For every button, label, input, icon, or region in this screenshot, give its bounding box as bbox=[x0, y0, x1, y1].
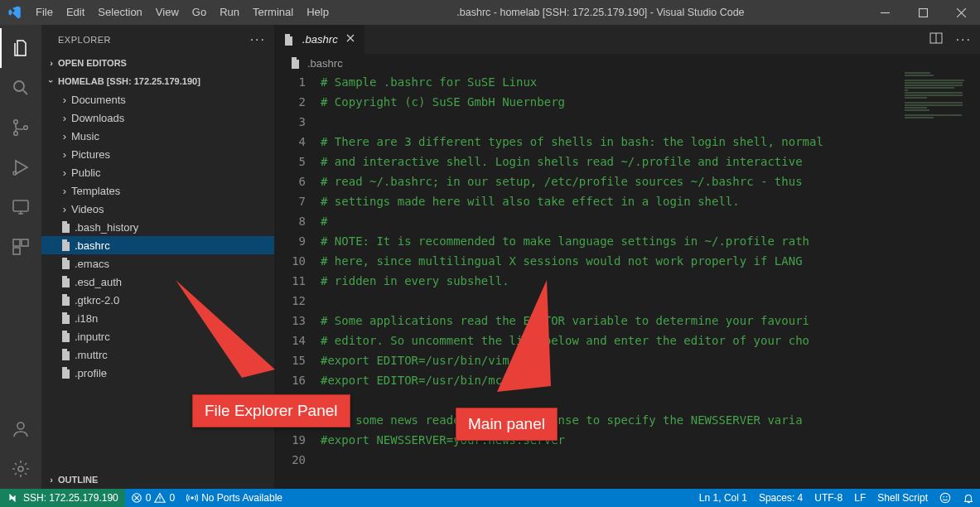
status-encoding[interactable]: UTF-8 bbox=[809, 489, 848, 507]
run-debug-icon[interactable] bbox=[0, 147, 41, 187]
file--bashrc[interactable]: .bashrc bbox=[41, 236, 274, 254]
menu-run[interactable]: Run bbox=[213, 0, 246, 25]
svg-point-5 bbox=[13, 171, 17, 175]
svg-point-15 bbox=[940, 493, 949, 502]
tab-label: .bashrc bbox=[302, 33, 338, 46]
file-icon bbox=[282, 33, 296, 46]
folder-downloads[interactable]: ›Downloads bbox=[41, 109, 274, 127]
status-indent[interactable]: Spaces: 4 bbox=[753, 489, 809, 507]
activity-bar bbox=[0, 25, 41, 489]
folder-documents[interactable]: ›Documents bbox=[41, 90, 274, 109]
tab-bar: .bashrc ··· bbox=[274, 25, 980, 54]
workspace-section[interactable]: ›HOMELAB [SSH: 172.25.179.190] bbox=[41, 72, 274, 90]
search-icon[interactable] bbox=[0, 68, 41, 108]
sidebar-header: EXPLORER ··· bbox=[41, 25, 274, 54]
remote-explorer-icon[interactable] bbox=[0, 187, 41, 227]
menu-help[interactable]: Help bbox=[300, 0, 336, 25]
folder-templates[interactable]: ›Templates bbox=[41, 181, 274, 200]
svg-rect-9 bbox=[13, 248, 20, 254]
titlebar: FileEditSelectionViewGoRunTerminalHelp .… bbox=[0, 0, 980, 25]
menu-view[interactable]: View bbox=[149, 0, 186, 25]
svg-point-10 bbox=[17, 422, 24, 429]
tab-bashrc[interactable]: .bashrc bbox=[274, 25, 365, 54]
extensions-icon[interactable] bbox=[0, 227, 41, 267]
close-tab-icon[interactable] bbox=[345, 32, 356, 46]
status-cursor[interactable]: Ln 1, Col 1 bbox=[693, 489, 753, 507]
status-feedback-icon[interactable] bbox=[934, 489, 957, 507]
svg-point-17 bbox=[946, 496, 948, 498]
svg-rect-7 bbox=[13, 239, 20, 246]
open-editors-section[interactable]: ›OPEN EDITORS bbox=[41, 54, 274, 72]
status-lang[interactable]: Shell Script bbox=[871, 489, 934, 507]
maximize-button[interactable] bbox=[904, 0, 942, 25]
svg-point-4 bbox=[24, 126, 28, 130]
file-icon bbox=[289, 56, 302, 70]
folder-videos[interactable]: ›Videos bbox=[41, 200, 274, 218]
sidebar-title: EXPLORER bbox=[58, 35, 111, 45]
minimap[interactable] bbox=[900, 72, 980, 171]
annotation-main-panel: Main panel bbox=[456, 323, 558, 356]
file--emacs[interactable]: .emacs bbox=[41, 254, 274, 273]
breadcrumb[interactable]: .bashrc bbox=[274, 54, 980, 72]
svg-marker-18 bbox=[176, 280, 275, 378]
window-title: .bashrc - homelab [SSH: 172.25.179.190] … bbox=[336, 7, 866, 18]
svg-point-2 bbox=[14, 120, 18, 124]
svg-rect-8 bbox=[22, 239, 28, 246]
svg-marker-19 bbox=[497, 280, 551, 392]
more-icon[interactable]: ··· bbox=[250, 32, 266, 47]
annotation-file-explorer: File Explorer Panel bbox=[192, 321, 350, 355]
svg-rect-0 bbox=[919, 8, 927, 17]
svg-rect-6 bbox=[13, 200, 28, 211]
svg-point-14 bbox=[191, 496, 194, 500]
menu-edit[interactable]: Edit bbox=[60, 0, 91, 25]
status-remote[interactable]: SSH: 172.25.179.190 bbox=[0, 489, 125, 507]
folder-music[interactable]: ›Music bbox=[41, 127, 274, 145]
menu-terminal[interactable]: Terminal bbox=[246, 0, 300, 25]
status-problems[interactable]: 0 0 bbox=[125, 489, 181, 507]
close-button[interactable] bbox=[942, 0, 980, 25]
code-editor[interactable]: 1234567891011121314151617181920 # Sample… bbox=[274, 72, 980, 489]
explorer-icon[interactable] bbox=[0, 28, 41, 68]
menu-selection[interactable]: Selection bbox=[91, 0, 148, 25]
menu-bar: FileEditSelectionViewGoRunTerminalHelp bbox=[29, 0, 336, 25]
account-icon[interactable] bbox=[0, 409, 41, 449]
gear-icon[interactable] bbox=[0, 449, 41, 489]
status-eol[interactable]: LF bbox=[848, 489, 871, 507]
file--bash-history[interactable]: .bash_history bbox=[41, 218, 274, 236]
minimize-button[interactable] bbox=[866, 0, 904, 25]
status-bell-icon[interactable] bbox=[957, 489, 980, 507]
svg-point-11 bbox=[18, 466, 23, 471]
svg-point-3 bbox=[14, 132, 18, 136]
svg-point-16 bbox=[943, 496, 944, 498]
status-ports[interactable]: No Ports Available bbox=[181, 489, 288, 507]
source-control-icon[interactable] bbox=[0, 108, 41, 147]
svg-point-1 bbox=[14, 81, 24, 91]
menu-file[interactable]: File bbox=[29, 0, 60, 25]
editor-more-icon[interactable]: ··· bbox=[956, 32, 972, 47]
outline-section[interactable]: ›OUTLINE bbox=[41, 471, 274, 489]
menu-go[interactable]: Go bbox=[186, 0, 213, 25]
vscode-logo-icon bbox=[0, 5, 29, 20]
folder-pictures[interactable]: ›Pictures bbox=[41, 145, 274, 163]
status-bar: SSH: 172.25.179.190 0 0 No Ports Availab… bbox=[0, 489, 980, 507]
editor-area: .bashrc ··· .bashrc 12345678910111213141 bbox=[274, 25, 980, 489]
split-editor-icon[interactable] bbox=[929, 31, 943, 48]
folder-public[interactable]: ›Public bbox=[41, 163, 274, 181]
